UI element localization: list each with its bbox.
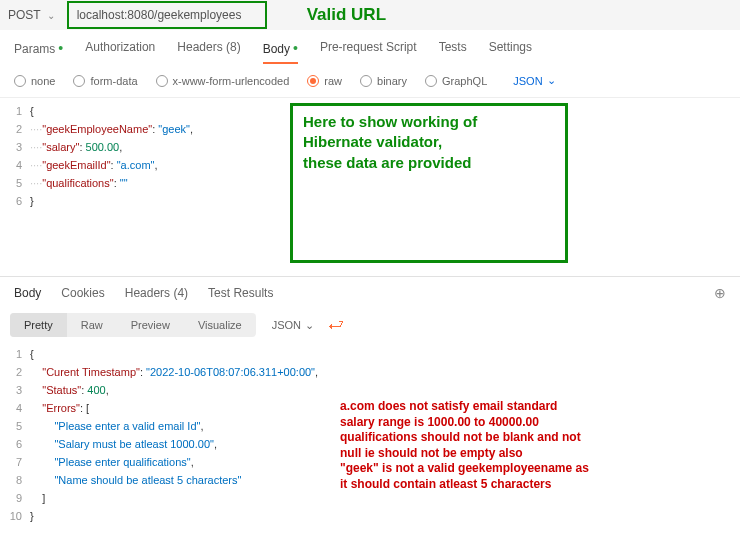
tab-settings[interactable]: Settings — [489, 40, 532, 64]
request-tabs: Params• Authorization Headers (8) Body• … — [0, 30, 740, 64]
annotation-valid-url: Valid URL — [307, 5, 386, 25]
view-pretty[interactable]: Pretty — [10, 313, 67, 337]
chevron-down-icon: ⌄ — [305, 319, 314, 332]
radio-none[interactable]: none — [14, 75, 55, 87]
http-method-value: POST — [8, 8, 41, 22]
body-content-type-select[interactable]: JSON⌄ — [513, 74, 555, 87]
response-body-editor[interactable]: 12345678910 { "Curent Timestamp": "2022-… — [0, 341, 740, 529]
resp-tab-cookies[interactable]: Cookies — [61, 286, 104, 300]
response-view-tabs: Pretty Raw Preview Visualize — [10, 313, 256, 337]
resp-tab-headers[interactable]: Headers (4) — [125, 286, 188, 300]
tab-tests[interactable]: Tests — [439, 40, 467, 64]
view-visualize[interactable]: Visualize — [184, 313, 256, 337]
body-type-radios: none form-data x-www-form-urlencoded raw… — [0, 64, 740, 97]
tab-params[interactable]: Params• — [14, 40, 63, 64]
tab-body[interactable]: Body• — [263, 40, 298, 64]
chevron-down-icon: ⌄ — [47, 10, 55, 21]
resp-tab-body[interactable]: Body — [14, 286, 41, 300]
url-value: localhost:8080/geekemployees — [77, 8, 242, 22]
response-tabs: Body Cookies Headers (4) Test Results ⊕ — [0, 277, 740, 309]
tab-prerequest[interactable]: Pre-request Script — [320, 40, 417, 64]
view-preview[interactable]: Preview — [117, 313, 184, 337]
tab-headers[interactable]: Headers (8) — [177, 40, 240, 64]
radio-raw[interactable]: raw — [307, 75, 342, 87]
http-method-select[interactable]: POST ⌄ — [8, 8, 67, 22]
chevron-down-icon: ⌄ — [547, 74, 556, 87]
response-format-select[interactable]: JSON ⌄ — [272, 319, 314, 332]
radio-graphql[interactable]: GraphQL — [425, 75, 487, 87]
annotation-red-text: a.com does not satisfy email standard sa… — [340, 399, 640, 493]
annotation-green-box: Here to show working of Hibernate valida… — [290, 103, 568, 263]
url-input[interactable]: localhost:8080/geekemployees — [67, 1, 267, 29]
view-raw[interactable]: Raw — [67, 313, 117, 337]
radio-formdata[interactable]: form-data — [73, 75, 137, 87]
resp-tab-tests[interactable]: Test Results — [208, 286, 273, 300]
radio-binary[interactable]: binary — [360, 75, 407, 87]
wrap-lines-icon[interactable]: ⮐ — [328, 316, 344, 334]
line-gutter: 123456 — [0, 102, 30, 210]
tab-authorization[interactable]: Authorization — [85, 40, 155, 64]
globe-icon[interactable]: ⊕ — [714, 285, 726, 301]
radio-urlencoded[interactable]: x-www-form-urlencoded — [156, 75, 290, 87]
line-gutter: 12345678910 — [0, 345, 30, 525]
